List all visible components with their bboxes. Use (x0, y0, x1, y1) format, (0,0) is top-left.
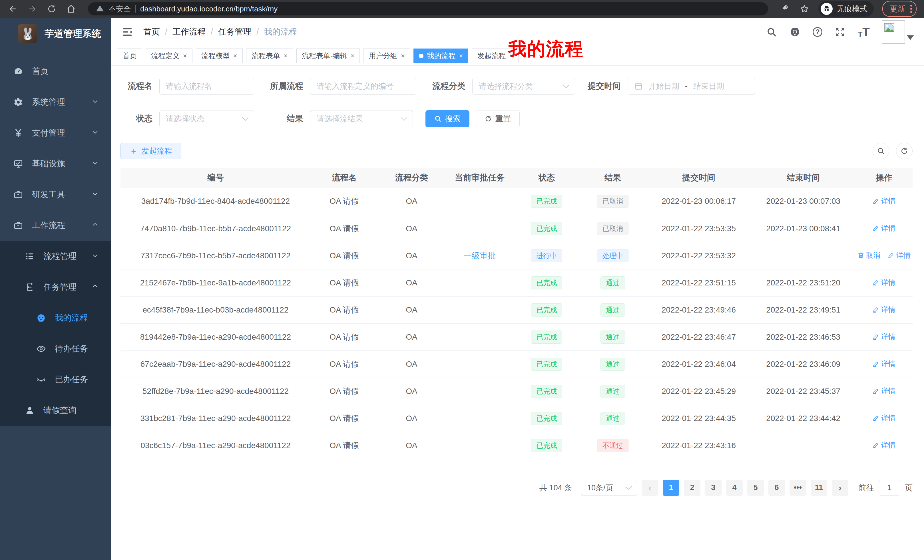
tab-process-definition[interactable]: 流程定义 × (146, 48, 192, 63)
app-title: 芋道管理系统 (45, 27, 101, 40)
fullscreen-icon[interactable] (834, 26, 846, 38)
close-icon[interactable]: × (233, 52, 237, 59)
sidebar-item-process-management[interactable]: 流程管理 (0, 241, 111, 272)
page-size-select[interactable]: 10条/页 (581, 480, 637, 496)
warning-icon[interactable] (96, 4, 104, 13)
edit-icon (873, 442, 879, 448)
avatar-caret-icon[interactable] (907, 35, 914, 40)
page-button-11[interactable]: 11 (811, 480, 827, 496)
font-size-icon[interactable]: TT (858, 26, 870, 38)
bookmark-star-icon[interactable] (799, 3, 810, 14)
forward-icon[interactable] (27, 3, 38, 14)
breadcrumb-item[interactable]: 首页 (143, 26, 160, 38)
help-icon[interactable]: ? (813, 27, 822, 37)
sidebar-item-infrastructure[interactable]: 基础设施 (0, 148, 111, 179)
detail-link[interactable]: 详情 (873, 223, 896, 233)
app-logo-row[interactable]: 🐰 芋道管理系统 (0, 18, 111, 49)
submit-time-range-picker[interactable]: 开始日期 - 结束日期 (628, 78, 755, 95)
page-button-3[interactable]: 3 (705, 480, 722, 496)
github-icon[interactable] (789, 26, 801, 38)
next-page-button[interactable]: › (832, 480, 848, 496)
close-icon[interactable]: × (400, 52, 405, 59)
tab-my-process[interactable]: 我的流程 × (414, 48, 468, 63)
chevron-up-icon (92, 283, 99, 292)
sidebar-item-my-process[interactable]: 我的流程 (0, 302, 111, 333)
page-button-2[interactable]: 2 (684, 480, 700, 496)
page-button-1[interactable]: 1 (663, 480, 679, 496)
cell-submit-time: 2022-01-22 23:53:32 (646, 242, 751, 269)
cell-submit-time: 2022-01-22 23:46:04 (646, 350, 751, 377)
chrome-update-button[interactable]: 更新 (882, 1, 916, 17)
close-icon[interactable]: × (183, 52, 187, 59)
detail-link[interactable]: 详情 (873, 278, 896, 287)
key-icon[interactable] (780, 3, 790, 14)
close-icon[interactable]: × (284, 52, 288, 59)
breadcrumb-item[interactable]: 任务管理 (218, 26, 251, 38)
search-button[interactable]: 搜索 (426, 110, 470, 127)
sidebar-item-workflow[interactable]: 工作流程 (0, 210, 111, 241)
reload-icon[interactable] (46, 3, 57, 14)
sidebar-item-done-tasks[interactable]: 已办任务 (0, 364, 111, 395)
sidebar-toggle-icon[interactable] (122, 26, 134, 38)
tab-process-form[interactable]: 流程表单 × (246, 48, 293, 63)
cell-id: 03c6c157-7b9a-11ec-a290-acde48001122 (120, 432, 310, 459)
tab-home[interactable]: 首页 (117, 48, 142, 63)
detail-link[interactable]: 详情 (873, 305, 896, 314)
tab-process-model[interactable]: 流程模型 × (196, 48, 243, 63)
page-button-6[interactable]: 6 (768, 480, 785, 496)
sidebar-item-leave-query[interactable]: 请假查询 (0, 395, 111, 426)
cell-submit-time: 2022-01-22 23:45:29 (646, 377, 751, 405)
cell-category: OA (378, 405, 446, 432)
tab-process-form-edit[interactable]: 流程表单-编辑 × (296, 48, 360, 63)
start-process-button[interactable]: ＋ 发起流程 (120, 143, 181, 159)
detail-link[interactable]: 详情 (873, 196, 896, 206)
cell-id: 67c2eaab-7b9a-11ec-a290-acde48001122 (120, 350, 310, 377)
task-link[interactable]: 一级审批 (464, 251, 496, 260)
reset-button[interactable]: 重置 (476, 110, 520, 127)
refresh-icon[interactable] (896, 143, 913, 159)
cell-end-time (751, 432, 855, 459)
status-select[interactable]: 请选择状态 (159, 110, 254, 127)
detail-link[interactable]: 详情 (873, 359, 896, 368)
cell-current-task (445, 215, 514, 242)
result-select[interactable]: 请选择流结果 (310, 110, 413, 127)
cancel-link[interactable]: 取消 (858, 251, 880, 260)
breadcrumb-item[interactable]: 工作流程 (172, 26, 206, 38)
show-search-icon[interactable] (873, 143, 889, 159)
process-category-select[interactable]: 请选择流程分类 (472, 78, 575, 95)
sidebar-item-todo-tasks[interactable]: 待办任务 (0, 333, 111, 364)
detail-link[interactable]: 详情 (873, 440, 896, 450)
sidebar-item-home[interactable]: 首页 (0, 56, 111, 87)
prev-page-button[interactable]: ‹ (642, 480, 658, 496)
goto-page-input[interactable]: 1 (879, 480, 900, 496)
page-button-4[interactable]: 4 (726, 480, 742, 496)
detail-link[interactable]: 详情 (873, 413, 896, 423)
cell-category: OA (378, 269, 446, 296)
edit-icon (873, 225, 879, 232)
address-bar[interactable]: 不安全 dashboard.yudao.iocoder.cn/bpm/task/… (88, 2, 768, 15)
cell-status: 已完成 (514, 350, 579, 377)
home-icon[interactable] (66, 3, 76, 14)
close-icon[interactable]: × (459, 52, 463, 59)
avatar[interactable] (882, 20, 905, 44)
detail-link[interactable]: 详情 (873, 386, 896, 395)
detail-link[interactable]: 详情 (873, 332, 896, 341)
cell-submit-time: 2022-01-22 23:44:35 (646, 405, 751, 432)
close-icon[interactable]: × (350, 52, 354, 59)
header-search-icon[interactable] (766, 26, 777, 38)
sidebar-item-system-management[interactable]: 系统管理 (0, 87, 111, 118)
page-ellipsis[interactable]: ••• (789, 480, 806, 496)
process-definition-input[interactable] (310, 78, 416, 95)
page-button-5[interactable]: 5 (747, 480, 764, 496)
tab-user-group[interactable]: 用户分组 × (363, 48, 410, 63)
table-tools (873, 143, 913, 159)
cell-submit-time: 2022-01-22 23:43:16 (646, 432, 751, 459)
menu-kebab-icon[interactable] (910, 5, 912, 13)
table-row: 67c2eaab-7b9a-11ec-a290-acde48001122 OA … (120, 350, 913, 377)
sidebar-item-dev-tools[interactable]: 研发工具 (0, 179, 111, 210)
detail-link[interactable]: 详情 (888, 251, 910, 260)
sidebar-item-task-management[interactable]: 任务管理 (0, 272, 111, 302)
process-name-input[interactable] (159, 78, 254, 95)
back-icon[interactable] (8, 3, 18, 14)
sidebar-item-payment-management[interactable]: 支付管理 (0, 118, 111, 148)
